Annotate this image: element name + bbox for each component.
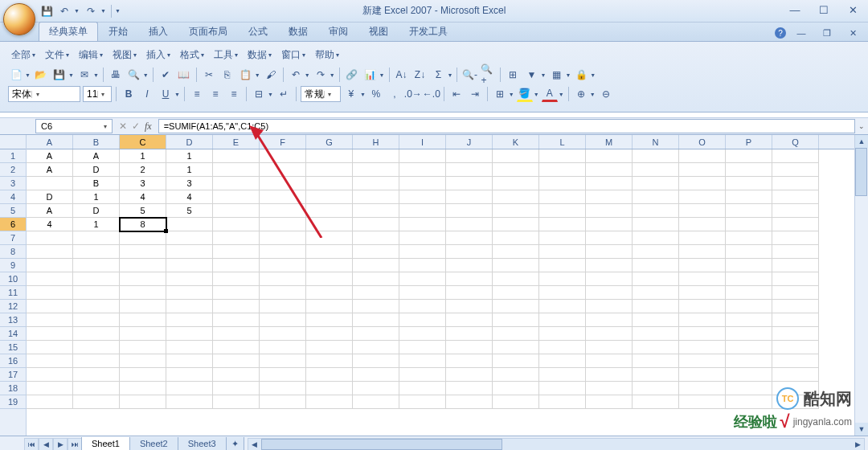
cell[interactable] <box>633 149 679 163</box>
cell[interactable] <box>399 231 446 245</box>
cell[interactable]: 3 <box>166 177 213 190</box>
horizontal-scrollbar[interactable]: ◀ ▶ <box>248 438 865 451</box>
cell[interactable] <box>446 204 493 218</box>
column-header[interactable]: L <box>539 135 586 149</box>
menu-format[interactable]: 格式▾ <box>177 47 207 63</box>
qat-customize-icon[interactable]: ▼ <box>115 8 121 14</box>
cell[interactable] <box>679 382 726 395</box>
open-icon[interactable]: 📂 <box>33 67 49 83</box>
row-header[interactable]: 8 <box>0 245 26 259</box>
cell[interactable] <box>120 354 166 368</box>
column-header[interactable]: M <box>586 135 633 149</box>
cell[interactable] <box>586 354 633 368</box>
cell[interactable] <box>679 272 726 286</box>
cell[interactable] <box>213 231 260 245</box>
cell[interactable] <box>493 286 539 300</box>
cell[interactable] <box>446 382 493 395</box>
cell[interactable] <box>399 190 446 204</box>
chevron-down-icon[interactable]: ▾ <box>97 91 108 98</box>
cell[interactable]: A <box>27 204 73 218</box>
row-header[interactable]: 12 <box>0 300 26 313</box>
cell[interactable] <box>120 245 166 259</box>
cell[interactable] <box>353 327 399 341</box>
cell[interactable] <box>306 204 353 218</box>
cell[interactable] <box>399 327 446 341</box>
cell[interactable] <box>306 218 353 231</box>
cell[interactable] <box>586 368 633 382</box>
cell[interactable]: 4 <box>120 190 166 204</box>
cell[interactable] <box>539 245 586 259</box>
cell[interactable] <box>633 341 679 354</box>
cell[interactable] <box>679 327 726 341</box>
cell[interactable] <box>586 163 633 177</box>
zoom-out-icon[interactable]: 🔍- <box>461 67 477 83</box>
cell[interactable] <box>166 354 213 368</box>
cell[interactable] <box>353 245 399 259</box>
sort-asc-icon[interactable]: A↓ <box>394 67 410 83</box>
cell[interactable] <box>73 259 120 272</box>
cell[interactable] <box>166 313 213 327</box>
row-header[interactable]: 13 <box>0 313 26 327</box>
cell[interactable] <box>166 259 213 272</box>
chevron-down-icon[interactable]: ▾ <box>324 91 335 98</box>
cell[interactable] <box>166 368 213 382</box>
cell[interactable] <box>633 395 679 409</box>
cell[interactable] <box>306 300 353 313</box>
cell[interactable] <box>260 286 306 300</box>
cell[interactable] <box>399 368 446 382</box>
cell[interactable] <box>726 259 772 272</box>
cell[interactable] <box>493 204 539 218</box>
cell[interactable] <box>399 259 446 272</box>
row-header[interactable]: 10 <box>0 272 26 286</box>
cell[interactable] <box>586 218 633 231</box>
cell[interactable] <box>633 368 679 382</box>
font-color-dropdown[interactable]: ▼ <box>559 92 564 97</box>
cell[interactable] <box>772 395 819 409</box>
cell[interactable] <box>726 204 772 218</box>
menu-edit[interactable]: 编辑▾ <box>76 47 106 63</box>
cell[interactable] <box>772 177 819 190</box>
cell[interactable] <box>446 286 493 300</box>
cell[interactable] <box>633 190 679 204</box>
new-sheet-icon[interactable]: ✦ <box>226 437 244 451</box>
cell[interactable] <box>399 177 446 190</box>
cell[interactable] <box>399 163 446 177</box>
cell[interactable] <box>726 368 772 382</box>
cell[interactable]: 8 <box>120 218 166 231</box>
cell[interactable] <box>726 149 772 163</box>
cell[interactable] <box>353 218 399 231</box>
cell[interactable] <box>772 231 819 245</box>
cell[interactable] <box>260 190 306 204</box>
cell[interactable] <box>446 341 493 354</box>
column-header[interactable]: G <box>306 135 353 149</box>
cell[interactable] <box>633 382 679 395</box>
cell[interactable] <box>399 313 446 327</box>
menu-tools[interactable]: 工具▾ <box>211 47 241 63</box>
cell[interactable] <box>772 300 819 313</box>
cell[interactable] <box>679 368 726 382</box>
cell[interactable] <box>446 272 493 286</box>
cell[interactable] <box>539 218 586 231</box>
percent-icon[interactable]: % <box>368 86 384 102</box>
formula-input[interactable]: =SUMIF(A1:A5,"A",C1:C5) <box>158 119 855 133</box>
cell[interactable] <box>306 163 353 177</box>
chevron-down-icon[interactable]: ▾ <box>31 91 43 98</box>
cell[interactable] <box>493 382 539 395</box>
menu-help[interactable]: 帮助▾ <box>312 47 342 63</box>
number-format-combo[interactable]: 常规▾ <box>301 86 341 102</box>
fx-icon[interactable]: fx <box>145 121 152 133</box>
cell[interactable] <box>772 204 819 218</box>
name-box[interactable]: C6 ▾ <box>35 119 113 133</box>
cell[interactable] <box>353 149 399 163</box>
cell[interactable] <box>446 259 493 272</box>
pivot-icon[interactable]: ⊞ <box>505 67 521 83</box>
cell[interactable] <box>586 395 633 409</box>
cell[interactable] <box>633 354 679 368</box>
cell[interactable] <box>633 163 679 177</box>
decrease-indent-icon[interactable]: ⇤ <box>448 86 465 102</box>
align-center-icon[interactable]: ≡ <box>207 86 223 102</box>
cell[interactable] <box>539 313 586 327</box>
cell[interactable] <box>260 177 306 190</box>
cell[interactable] <box>73 286 120 300</box>
cell[interactable] <box>399 245 446 259</box>
